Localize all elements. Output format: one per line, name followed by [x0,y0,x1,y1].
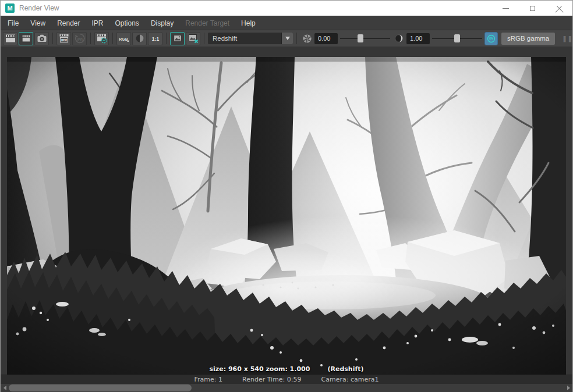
keep-image-button[interactable] [170,32,185,45]
renderer-selected-label: Redshift [208,35,281,42]
render-settings-button[interactable] [94,32,109,45]
render-info-overlay: size: 960 x 540 zoom: 1.000 (Redshift) [7,365,566,373]
keep-image-icon [172,33,183,44]
camera-label: Camera: camera1 [321,376,379,383]
close-button[interactable] [546,1,572,16]
redo-previous-ipr-icon: IPR [74,33,86,44]
toolbar: IPR IPR RGB [1,30,572,47]
redo-previous-ipr-button: IPR [72,32,87,45]
render-viewport: size: 960 x 540 zoom: 1.000 (Redshift) [1,47,572,375]
snapshot-camera-icon [36,33,48,44]
menu-help[interactable]: Help [235,16,261,30]
menu-render[interactable]: Render [51,16,86,30]
svg-text:RGB: RGB [119,37,128,41]
ipr-render-icon: IPR [58,33,70,44]
toolbar-separator [166,33,167,44]
svg-text:IPR: IPR [76,38,83,41]
gamma-slider-handle[interactable] [454,34,460,42]
menu-view[interactable]: View [24,16,51,30]
close-icon [556,5,563,12]
exposure-slider-track [340,38,390,39]
real-size-button[interactable]: 1:1 [148,32,162,45]
render-size-text: size: 960 x 540 zoom: 1.000 [210,365,310,373]
exposure-slider-handle[interactable] [358,34,363,42]
display-alpha-icon [134,33,146,44]
toolbar-separator [112,33,113,44]
dropdown-arrow-button[interactable] [281,33,293,44]
render-frame-icon [5,33,16,44]
svg-text:1:1: 1:1 [151,36,159,42]
rendered-forest-scene [7,57,566,375]
render-settings-icon [96,33,108,44]
remove-image-button[interactable] [186,32,200,45]
toolbar-separator [296,33,297,44]
display-alpha-button[interactable] [132,32,147,45]
maximize-icon [530,6,535,11]
minimize-button[interactable] [492,1,519,16]
svg-text:IPR: IPR [61,38,67,42]
window-title: Render View [19,4,59,12]
redo-previous-render-icon [21,33,31,44]
srgb-gamma-button[interactable]: sRGB gamma [501,33,555,45]
real-size-icon: 1:1 [149,33,162,44]
rendered-image[interactable]: size: 960 x 540 zoom: 1.000 (Redshift) [7,57,566,375]
display-rgb-icon: RGB [118,33,130,44]
chevron-down-icon [285,37,290,40]
menu-options[interactable]: Options [109,16,145,30]
renderer-tag-text: (Redshift) [327,365,363,373]
exposure-slider[interactable] [339,33,391,44]
scroll-left-button[interactable] [1,384,9,392]
titlebar: M Render View [1,1,572,16]
render-time-label: Render Time: 0:59 [242,376,301,383]
render-frame-button[interactable] [3,32,17,45]
exposure-value-field[interactable] [314,33,338,44]
arrow-left-icon [3,386,6,390]
redo-previous-render-button[interactable] [19,32,33,45]
maya-logo-icon: M [5,3,15,13]
scroll-right-button[interactable] [564,384,572,392]
menu-file[interactable]: File [2,16,24,30]
statusbar: Frame: 1 Render Time: 0:59 Camera: camer… [1,375,572,384]
render-view-window: M Render View File View Render IPR Optio… [0,0,573,392]
menubar: File View Render IPR Options Display Ren… [1,16,572,30]
pause-icon[interactable]: ❚❚ [562,35,573,42]
toolbar-separator [90,33,91,44]
display-rgb-button[interactable]: RGB [116,32,131,45]
menu-render-target: Render Target [179,16,235,30]
gamma-value-field[interactable] [406,33,430,44]
maximize-button[interactable] [519,1,546,16]
gamma-slider[interactable] [431,33,483,44]
ipr-render-button[interactable]: IPR [56,32,71,45]
svg-text:ON: ON [489,37,493,40]
color-management-on-icon: ON [486,34,496,44]
arrow-right-icon [567,386,570,390]
toolbar-separator [52,33,53,44]
minimize-icon [503,8,509,9]
renderer-dropdown[interactable]: Redshift [208,33,293,44]
snapshot-button[interactable] [34,32,49,45]
scrollbar-thumb[interactable] [9,384,192,391]
horizontal-scrollbar[interactable] [1,384,572,392]
menu-display[interactable]: Display [145,16,179,30]
remove-image-icon [188,33,199,44]
toolbar-separator [204,33,204,44]
exposure-aperture-icon [300,32,313,45]
menu-ipr[interactable]: IPR [86,16,109,30]
contrast-icon [392,32,405,45]
frame-label: Frame: 1 [194,376,222,383]
color-management-toggle[interactable]: ON [484,32,498,45]
